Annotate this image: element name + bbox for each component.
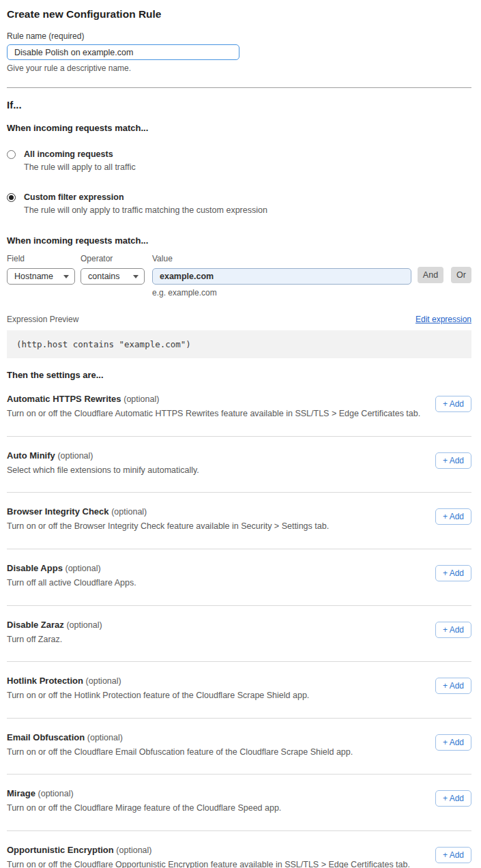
radio-description: The rule will only apply to traffic matc… [24, 205, 267, 216]
if-heading: If... [7, 99, 471, 111]
field-select-value: Hostname [14, 272, 53, 281]
expression-preview-label: Expression Preview [7, 315, 78, 324]
setting-row-browser-integrity-check: Browser Integrity Check (optional) Turn … [7, 493, 471, 549]
field-label: Field [7, 254, 75, 263]
setting-description: Turn on or off the Cloudflare Email Obfu… [7, 747, 353, 758]
setting-optional: (optional) [87, 733, 123, 742]
setting-row-hotlink-protection: Hotlink Protection (optional) Turn on or… [7, 662, 471, 719]
setting-row-mirage: Mirage (optional) Turn on or off the Clo… [7, 775, 471, 831]
expression-preview-header: Expression Preview Edit expression [7, 315, 471, 324]
setting-texts: Browser Integrity Check (optional) Turn … [7, 506, 329, 532]
setting-row-automatic-https-rewrites: Automatic HTTPS Rewrites (optional) Turn… [7, 380, 471, 437]
setting-texts: Mirage (optional) Turn on or off the Clo… [7, 788, 281, 814]
setting-row-auto-minify: Auto Minify (optional) Select which file… [7, 437, 471, 493]
setting-description: Turn on or off the Cloudflare Opportunis… [7, 860, 410, 868]
setting-title: Opportunistic Encryption [7, 845, 114, 855]
setting-row-disable-zaraz: Disable Zaraz (optional) Turn off Zaraz.… [7, 606, 471, 663]
add-button[interactable]: + Add [435, 452, 471, 469]
setting-description: Turn off Zaraz. [7, 635, 102, 646]
add-button[interactable]: + Add [435, 508, 471, 525]
setting-texts: Disable Zaraz (optional) Turn off Zaraz. [7, 620, 102, 646]
operator-label: Operator [81, 254, 145, 263]
rule-name-input[interactable] [7, 44, 239, 60]
setting-optional: (optional) [38, 789, 74, 798]
page-title: Create new Configuration Rule [7, 8, 471, 20]
setting-optional: (optional) [57, 451, 93, 461]
setting-description: Turn on or off the Cloudflare Automatic … [7, 409, 420, 420]
setting-optional: (optional) [111, 507, 147, 517]
setting-row-opportunistic-encryption: Opportunistic Encryption (optional) Turn… [7, 831, 471, 868]
rule-name-label: Rule name (required) [7, 31, 471, 41]
radio-description: The rule will apply to all traffic [24, 162, 136, 173]
setting-title: Disable Zaraz [7, 620, 64, 630]
value-label: Value [152, 254, 411, 263]
field-select[interactable]: Hostname [7, 268, 75, 285]
setting-texts: Email Obfuscation (optional) Turn on or … [7, 732, 353, 758]
add-button[interactable]: + Add [435, 396, 471, 412]
add-button[interactable]: + Add [435, 678, 471, 694]
setting-optional: (optional) [65, 564, 101, 573]
setting-optional: (optional) [86, 676, 121, 686]
setting-description: Select which file extensions to minify a… [7, 465, 199, 476]
setting-title: Hotlink Protection [7, 676, 83, 686]
chevron-down-icon [133, 275, 139, 278]
setting-title: Email Obfuscation [7, 732, 85, 742]
setting-title: Auto Minify [7, 450, 55, 461]
radio-label: All incoming requests [24, 149, 136, 160]
setting-row-email-obfuscation: Email Obfuscation (optional) Turn on or … [7, 719, 471, 775]
settings-list: Automatic HTTPS Rewrites (optional) Turn… [7, 380, 471, 868]
add-button[interactable]: + Add [435, 734, 471, 751]
builder-heading: When incoming requests match... [7, 235, 471, 246]
setting-title: Disable Apps [7, 563, 63, 573]
setting-texts: Disable Apps (optional) Turn off all act… [7, 563, 136, 589]
operator-select-value: contains [88, 272, 120, 281]
setting-texts: Automatic HTTPS Rewrites (optional) Turn… [7, 394, 420, 420]
radio-icon-selected[interactable] [7, 193, 16, 202]
expression-builder: When incoming requests match... Field Ho… [7, 235, 471, 298]
setting-row-disable-apps: Disable Apps (optional) Turn off all act… [7, 549, 471, 606]
setting-description: Turn on or off the Browser Integrity Che… [7, 521, 329, 532]
expression-preview-code: (http.host contains "example.com") [7, 330, 471, 358]
rule-name-group: Rule name (required) Give your rule a de… [7, 31, 471, 73]
setting-texts: Auto Minify (optional) Select which file… [7, 450, 199, 476]
radio-label: Custom filter expression [24, 192, 267, 203]
radio-icon[interactable] [7, 150, 16, 159]
section-divider [7, 87, 471, 88]
setting-title: Mirage [7, 788, 35, 798]
add-button[interactable]: + Add [435, 847, 471, 863]
add-button[interactable]: + Add [435, 622, 471, 638]
edit-expression-link[interactable]: Edit expression [416, 315, 471, 324]
setting-title: Automatic HTTPS Rewrites [7, 394, 121, 404]
setting-optional: (optional) [116, 845, 151, 855]
value-input[interactable] [152, 268, 411, 285]
setting-optional: (optional) [66, 620, 102, 630]
setting-description: Turn on or off the Cloudflare Mirage fea… [7, 803, 281, 814]
or-button[interactable]: Or [451, 267, 471, 283]
add-button[interactable]: + Add [435, 565, 471, 581]
operator-select[interactable]: contains [81, 268, 145, 285]
then-heading: Then the settings are... [7, 370, 471, 380]
chevron-down-icon [63, 275, 69, 278]
add-button[interactable]: + Add [435, 790, 471, 807]
radio-all-incoming-requests[interactable]: All incoming requests The rule will appl… [7, 149, 471, 173]
radio-custom-filter-expression[interactable]: Custom filter expression The rule will o… [7, 192, 471, 216]
incoming-match-heading: When incoming requests match... [7, 123, 471, 133]
setting-description: Turn on or off the Hotlink Protection fe… [7, 691, 309, 701]
value-help: e.g. example.com [152, 288, 411, 298]
setting-description: Turn off all active Cloudflare Apps. [7, 578, 136, 589]
setting-texts: Hotlink Protection (optional) Turn on or… [7, 676, 309, 701]
setting-optional: (optional) [123, 394, 159, 404]
match-options: All incoming requests The rule will appl… [7, 149, 471, 216]
setting-title: Browser Integrity Check [7, 506, 109, 517]
and-button[interactable]: And [418, 267, 443, 283]
setting-texts: Opportunistic Encryption (optional) Turn… [7, 845, 410, 868]
rule-name-help: Give your rule a descriptive name. [7, 63, 471, 73]
